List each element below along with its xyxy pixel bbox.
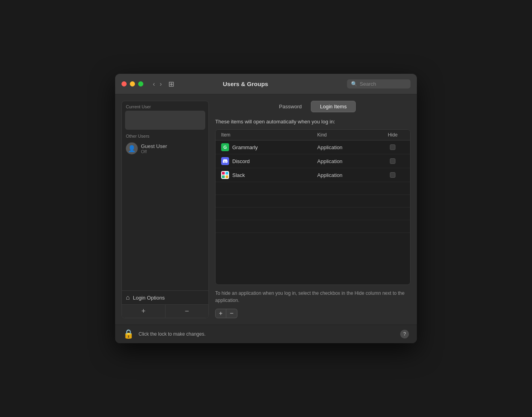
guest-name: Guest User bbox=[141, 143, 167, 149]
items-description: These items will open automatically when… bbox=[215, 119, 411, 125]
main-panel: Password Login Items These items will op… bbox=[215, 101, 411, 318]
action-buttons: + − bbox=[215, 309, 411, 318]
traffic-lights bbox=[121, 81, 143, 86]
maximize-button[interactable] bbox=[138, 81, 143, 86]
guest-user-row[interactable]: 👤 Guest User Off bbox=[122, 140, 208, 157]
remove-item-button[interactable]: − bbox=[226, 309, 237, 318]
login-options-label: Login Options bbox=[133, 295, 165, 301]
help-button[interactable]: ? bbox=[400, 330, 409, 338]
hide-cell-slack bbox=[381, 172, 405, 178]
grammarly-icon: G bbox=[221, 143, 229, 151]
window-title: Users & Groups bbox=[144, 81, 347, 87]
app-name-discord: Discord bbox=[232, 158, 250, 164]
empty-row bbox=[216, 208, 410, 220]
lock-text: Click the lock to make changes. bbox=[139, 331, 206, 337]
search-input[interactable] bbox=[360, 81, 407, 87]
item-cell-grammarly: G Grammarly bbox=[221, 143, 317, 151]
avatar: 👤 bbox=[126, 142, 138, 154]
empty-row bbox=[216, 195, 410, 208]
tab-login-items[interactable]: Login Items bbox=[311, 101, 356, 112]
slack-icon bbox=[221, 171, 229, 179]
bottom-bar: 🔒 Click the lock to make changes. ? bbox=[115, 325, 417, 343]
app-name-slack: Slack bbox=[232, 172, 245, 178]
add-item-button[interactable]: + bbox=[215, 309, 226, 318]
col-hide: Hide bbox=[381, 132, 405, 138]
sidebar-panel: Current User Other Users 👤 Guest User Of… bbox=[121, 101, 209, 318]
item-cell-discord: Discord bbox=[221, 157, 317, 165]
empty-row bbox=[216, 233, 410, 246]
content-area: Current User Other Users 👤 Guest User Of… bbox=[115, 94, 417, 325]
titlebar: ‹ › ⊞ Users & Groups 🔍 bbox=[115, 74, 417, 94]
hide-cell-discord bbox=[381, 158, 405, 164]
app-name-grammarly: Grammarly bbox=[232, 144, 258, 150]
kind-grammarly: Application bbox=[317, 144, 381, 150]
home-icon: ⌂ bbox=[126, 294, 130, 301]
hide-cell-grammarly bbox=[381, 144, 405, 150]
tab-password[interactable]: Password bbox=[270, 101, 311, 112]
item-cell-slack: Slack bbox=[221, 171, 317, 179]
remove-user-button[interactable]: − bbox=[166, 305, 209, 318]
sidebar-spacer bbox=[122, 157, 208, 290]
col-item: Item bbox=[221, 132, 317, 138]
kind-slack: Application bbox=[317, 172, 381, 178]
close-button[interactable] bbox=[121, 81, 127, 86]
guest-status: Off bbox=[141, 149, 167, 154]
current-user-block bbox=[125, 111, 205, 130]
hide-checkbox-grammarly[interactable] bbox=[390, 144, 395, 150]
table-header: Item Kind Hide bbox=[216, 130, 410, 140]
sidebar-buttons: + − bbox=[122, 304, 208, 318]
table-row[interactable]: G Grammarly Application bbox=[216, 140, 410, 154]
lock-icon[interactable]: 🔒 bbox=[123, 329, 134, 339]
table-row[interactable]: Discord Application bbox=[216, 154, 410, 168]
login-options-row[interactable]: ⌂ Login Options bbox=[122, 290, 208, 304]
other-users-label: Other Users bbox=[122, 131, 208, 140]
empty-row bbox=[216, 182, 410, 195]
hide-checkbox-slack[interactable] bbox=[390, 172, 395, 178]
hide-checkbox-discord[interactable] bbox=[390, 158, 395, 164]
sidebar: Current User Other Users 👤 Guest User Of… bbox=[121, 101, 209, 318]
empty-row bbox=[216, 220, 410, 233]
table-row[interactable]: Slack Application bbox=[216, 168, 410, 182]
search-icon: 🔍 bbox=[351, 81, 357, 87]
login-items-table: Item Kind Hide G Grammarly Application bbox=[215, 129, 411, 285]
current-user-label: Current User bbox=[122, 101, 208, 111]
discord-icon bbox=[221, 157, 229, 165]
col-kind: Kind bbox=[317, 132, 381, 138]
guest-info: Guest User Off bbox=[141, 143, 167, 154]
search-box: 🔍 bbox=[347, 79, 411, 88]
hide-hint: To hide an application when you log in, … bbox=[215, 290, 411, 304]
add-user-button[interactable]: + bbox=[122, 305, 166, 318]
minimize-button[interactable] bbox=[130, 81, 135, 86]
kind-discord: Application bbox=[317, 158, 381, 164]
main-window: ‹ › ⊞ Users & Groups 🔍 Current User Othe… bbox=[115, 74, 417, 343]
tabs: Password Login Items bbox=[215, 101, 411, 112]
